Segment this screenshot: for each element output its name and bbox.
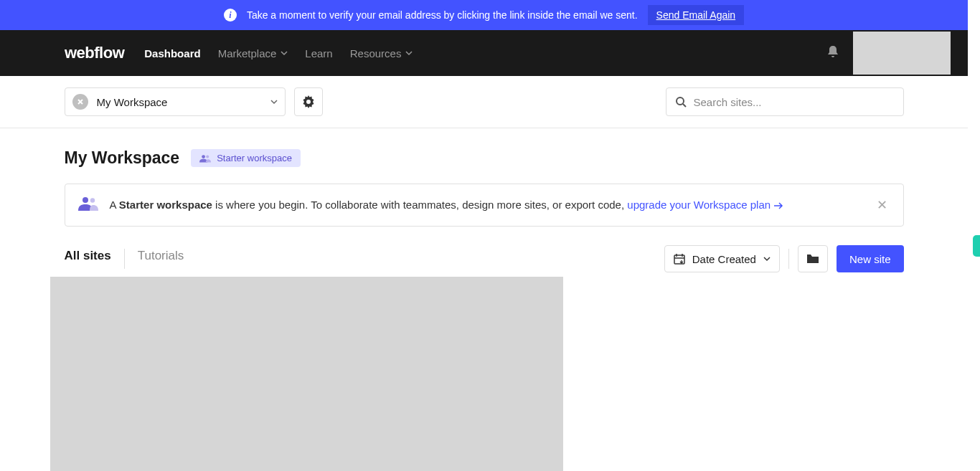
send-email-again-button[interactable]: Send Email Again (648, 5, 745, 25)
site-grid (65, 277, 904, 471)
verify-email-banner: i Take a moment to verify your email add… (0, 0, 968, 30)
search-input[interactable] (694, 96, 895, 108)
main-header: webflow Dashboard Marketplace Learn Reso… (0, 30, 968, 76)
main-nav: Dashboard Marketplace Learn Resources (144, 47, 827, 60)
close-info-card-button[interactable]: ✕ (874, 196, 890, 214)
plan-badge-label: Starter workspace (217, 153, 292, 163)
svg-point-4 (90, 198, 94, 202)
site-actions: Date Created New site (664, 245, 904, 272)
page-title: My Workspace (65, 148, 180, 168)
info-icon: i (224, 9, 237, 22)
people-icon (78, 196, 98, 214)
new-folder-button[interactable] (798, 245, 828, 272)
tab-tutorials[interactable]: Tutorials (138, 249, 197, 269)
workspace-avatar-icon (72, 94, 88, 110)
svg-point-1 (202, 155, 205, 158)
calendar-icon (674, 253, 685, 265)
new-site-button[interactable]: New site (837, 245, 904, 272)
nav-dashboard-label: Dashboard (144, 47, 200, 60)
svg-rect-5 (674, 255, 684, 264)
info-card-text: A Starter workspace is where you begin. … (110, 197, 862, 214)
workspace-settings-button[interactable] (294, 87, 323, 116)
upgrade-workspace-link[interactable]: upgrade your Workspace plan (627, 199, 783, 211)
nav-learn-label: Learn (305, 47, 332, 60)
info-prefix: A (110, 199, 119, 211)
gear-icon (302, 95, 315, 108)
chevron-down-icon (405, 49, 413, 57)
divider (788, 249, 789, 269)
workspace-selector[interactable]: My Workspace (65, 87, 286, 116)
tab-all-sites[interactable]: All sites (65, 249, 125, 269)
folder-plus-icon (806, 254, 819, 264)
svg-point-2 (206, 155, 209, 158)
sort-selector[interactable]: Date Created (664, 245, 780, 272)
sort-label: Date Created (692, 253, 756, 265)
workspace-name-label: My Workspace (97, 96, 168, 108)
nav-resources[interactable]: Resources (350, 47, 413, 60)
upgrade-link-label: upgrade your Workspace plan (627, 199, 771, 211)
svg-point-0 (677, 97, 684, 105)
search-icon (675, 96, 687, 108)
account-menu[interactable] (853, 32, 951, 75)
site-tabs: All sites Tutorials (65, 249, 197, 269)
svg-point-3 (83, 197, 88, 203)
site-card-placeholder[interactable] (50, 277, 563, 471)
banner-message: Take a moment to verify your email addre… (247, 9, 638, 21)
workspace-info-card: A Starter workspace is where you begin. … (65, 184, 904, 227)
chevron-down-icon (270, 98, 278, 105)
workspace-toolbar: My Workspace (65, 87, 904, 116)
plan-badge: Starter workspace (191, 149, 301, 167)
notifications-icon[interactable] (827, 45, 839, 61)
search-sites-box[interactable] (666, 87, 904, 116)
info-strong: Starter workspace (119, 199, 212, 211)
nav-marketplace-label: Marketplace (218, 47, 277, 60)
nav-learn[interactable]: Learn (305, 47, 332, 60)
chevron-down-icon (281, 49, 288, 57)
header-right (827, 32, 951, 75)
feedback-tab[interactable] (973, 235, 980, 257)
webflow-logo[interactable]: webflow (65, 44, 124, 62)
nav-resources-label: Resources (350, 47, 402, 60)
people-icon (199, 154, 211, 163)
nav-dashboard[interactable]: Dashboard (144, 47, 200, 60)
chevron-down-icon (763, 255, 771, 262)
info-rest: is where you begin. To collaborate with … (212, 199, 627, 211)
nav-marketplace[interactable]: Marketplace (218, 47, 288, 60)
arrow-right-icon (773, 202, 783, 209)
